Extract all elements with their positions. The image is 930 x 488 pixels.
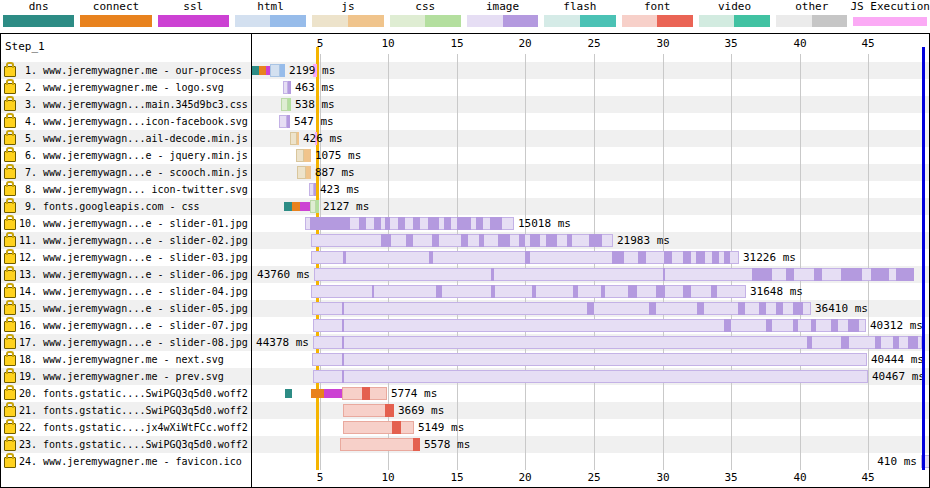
img-ttfb-segment[interactable] bbox=[312, 302, 811, 315]
img-ttfb-segment[interactable] bbox=[311, 285, 746, 298]
legend-item-html: html bbox=[232, 0, 309, 33]
request-url[interactable]: 13. www.jeremywagn...e - slider-06.jpg bbox=[19, 266, 248, 283]
lock-icon bbox=[4, 338, 16, 349]
request-url[interactable]: 21. fonts.gstatic....SwiPGQ3q5d0.woff2 bbox=[19, 402, 248, 419]
request-url[interactable]: 23. fonts.gstatic....SwiPGQ3q5d0.woff2 bbox=[19, 436, 248, 453]
img-download-segment bbox=[457, 217, 471, 230]
request-url[interactable]: 2. www.jeremywagner.me - logo.svg bbox=[19, 79, 224, 96]
legend-label: html bbox=[232, 0, 309, 14]
img-download-segment bbox=[601, 285, 605, 298]
js-ttfb-segment[interactable] bbox=[290, 132, 297, 145]
img-download-segment bbox=[385, 217, 390, 230]
bottom-axis-tick-25: 25 bbox=[574, 471, 614, 484]
img-download-segment bbox=[342, 319, 344, 332]
ssl-color-swatch bbox=[158, 15, 229, 27]
legend-label: js bbox=[309, 0, 386, 14]
request-url[interactable]: 11. www.jeremywagn...e - slider-02.jpg bbox=[19, 232, 248, 249]
request-url[interactable]: 17. www.jeremywagn...e - slider-08.jpg bbox=[19, 334, 248, 351]
legend-label: other bbox=[773, 0, 850, 14]
request-url[interactable]: 6. www.jeremywagn...e - jquery.min.js bbox=[19, 147, 248, 164]
img-ttfb-segment[interactable] bbox=[312, 353, 867, 366]
request-time-label: 3669 ms bbox=[398, 402, 444, 419]
top-axis-tick-35: 35 bbox=[711, 37, 751, 50]
request-time-label: 40444 ms bbox=[871, 351, 924, 368]
js-ttfb-segment[interactable] bbox=[297, 166, 306, 179]
img-download-segment bbox=[398, 217, 405, 230]
legend-item-js: js bbox=[309, 0, 386, 33]
img-ttfb-segment[interactable] bbox=[279, 115, 287, 128]
request-time-label: 426 ms bbox=[303, 130, 343, 147]
font-ttfb-segment[interactable] bbox=[340, 438, 420, 451]
request-url[interactable]: 20. fonts.gstatic....SwiPGQ3q5d0.woff2 bbox=[19, 385, 248, 402]
top-axis-tick-5: 5 bbox=[300, 37, 340, 50]
img-download-segment bbox=[429, 251, 433, 264]
img-download-segment bbox=[814, 268, 822, 281]
request-time-label: 1075 ms bbox=[315, 147, 361, 164]
img-download-segment bbox=[786, 268, 794, 281]
css-download-segment bbox=[288, 98, 291, 111]
img-ttfb-segment[interactable] bbox=[313, 370, 868, 383]
html-ttfb-segment[interactable] bbox=[270, 64, 280, 77]
request-url[interactable]: 15. www.jeremywagn...e - slider-05.jpg bbox=[19, 300, 248, 317]
lock-icon bbox=[4, 406, 16, 417]
img-download-segment bbox=[752, 268, 772, 281]
request-url[interactable]: 8. www.jeremywagn... icon-twitter.svg bbox=[19, 181, 248, 198]
js-download-segment bbox=[304, 149, 311, 162]
img-download-segment bbox=[432, 234, 439, 247]
image-color-swatch bbox=[467, 15, 538, 27]
img-download-segment bbox=[697, 302, 704, 315]
request-time-label: 410 ms bbox=[877, 453, 917, 470]
font-ttfb-segment[interactable] bbox=[343, 421, 414, 434]
lock-icon bbox=[4, 355, 16, 366]
img-download-segment bbox=[436, 285, 442, 298]
request-url[interactable]: 5. www.jeremywagn...ail-decode.min.js bbox=[19, 130, 248, 147]
font-download-segment bbox=[385, 404, 394, 417]
request-url[interactable]: 10. www.jeremywagn...e - slider-01.jpg bbox=[19, 215, 248, 232]
webpagetest-waterfall-page: { "legend": { "items": [ {"label":"dns",… bbox=[0, 0, 930, 488]
resource-type-legend: dnsconnectsslhtmljscssimageflashfontvide… bbox=[0, 0, 930, 33]
bottom-axis-tick-35: 35 bbox=[711, 471, 751, 484]
lock-icon bbox=[4, 168, 16, 179]
css-ttfb-segment[interactable] bbox=[281, 98, 288, 111]
img-ttfb-segment[interactable] bbox=[313, 336, 922, 349]
bottom-axis-tick-30: 30 bbox=[643, 471, 683, 484]
request-url[interactable]: 7. www.jeremywagn...e - scooch.min.js bbox=[19, 164, 248, 181]
img-download-segment bbox=[288, 81, 291, 94]
img-download-segment bbox=[519, 234, 525, 247]
img-ttfb-segment[interactable] bbox=[314, 268, 914, 281]
request-url[interactable]: 9. fonts.googleapis.com - css bbox=[19, 198, 200, 215]
request-url[interactable]: 4. www.jeremywagn...icon-facebook.svg bbox=[19, 113, 248, 130]
request-url[interactable]: 18. www.jeremywagner.me - next.svg bbox=[19, 351, 224, 368]
img-download-segment bbox=[908, 336, 918, 349]
img-download-segment bbox=[807, 336, 812, 349]
request-url[interactable]: 22. fonts.gstatic....jx4wXiWtFCc.woff2 bbox=[19, 419, 248, 436]
request-url[interactable]: 3. www.jeremywagn...main.345d9bc3.css bbox=[19, 96, 248, 113]
lock-icon bbox=[4, 134, 16, 145]
lock-icon bbox=[4, 185, 16, 196]
request-url[interactable]: 14. www.jeremywagn...e - slider-04.jpg bbox=[19, 283, 248, 300]
img-download-segment bbox=[612, 251, 624, 264]
request-url[interactable]: 19. www.jeremywagner.me - prev.svg bbox=[19, 368, 224, 385]
request-url[interactable]: 1. www.jeremywagner.me - our-process bbox=[19, 62, 242, 79]
event-line-blue bbox=[922, 47, 925, 470]
img-ttfb-segment[interactable] bbox=[313, 319, 866, 332]
img-download-segment bbox=[372, 285, 374, 298]
img-download-segment bbox=[848, 319, 859, 332]
img-download-segment bbox=[871, 268, 889, 281]
css-download-segment bbox=[316, 200, 319, 213]
js-ttfb-segment[interactable] bbox=[296, 149, 304, 162]
img-download-segment bbox=[683, 285, 691, 298]
request-url[interactable]: 12. www.jeremywagn...e - slider-03.jpg bbox=[19, 249, 248, 266]
img-download-segment bbox=[374, 217, 381, 230]
top-axis-tick-40: 40 bbox=[780, 37, 820, 50]
img-download-segment bbox=[381, 234, 391, 247]
font-color-swatch bbox=[622, 15, 693, 27]
img-download-segment bbox=[793, 319, 798, 332]
html-download-segment bbox=[280, 64, 285, 77]
img-download-segment bbox=[793, 302, 803, 315]
img-download-segment bbox=[663, 268, 665, 281]
dns-segment bbox=[284, 202, 292, 211]
font-download-segment bbox=[362, 387, 370, 400]
request-url[interactable]: 24. www.jeremywagner.me - favicon.ico bbox=[19, 453, 242, 470]
request-url[interactable]: 16. www.jeremywagn...e - slider-07.jpg bbox=[19, 317, 248, 334]
